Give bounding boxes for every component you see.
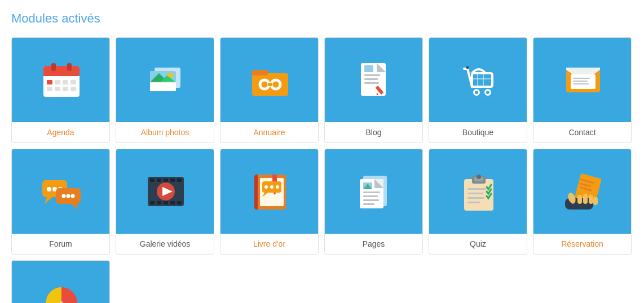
svg-rect-30	[364, 78, 378, 80]
svg-rect-64	[157, 179, 161, 182]
svg-rect-99	[477, 175, 481, 179]
svg-rect-110	[589, 195, 593, 204]
svg-rect-5	[47, 80, 52, 84]
module-label-livre-dor: Livre d'or	[220, 234, 318, 254]
module-agenda[interactable]: Agenda	[11, 37, 110, 143]
svg-point-83	[264, 185, 268, 189]
svg-rect-31	[364, 82, 379, 84]
svg-rect-65	[164, 179, 168, 182]
galerie-videos-icon	[143, 169, 188, 214]
module-blog[interactable]: Blog	[324, 37, 423, 143]
module-label-reservation: Réservation	[533, 234, 631, 254]
module-icon-bg-forum	[12, 149, 110, 234]
svg-rect-72	[177, 201, 182, 204]
module-icon-bg-boutique	[429, 38, 527, 122]
svg-rect-100	[467, 188, 486, 190]
page-title: Modules activés	[11, 11, 633, 26]
svg-rect-12	[70, 87, 76, 91]
module-pages[interactable]: Pages	[324, 149, 423, 255]
blog-icon	[352, 57, 397, 103]
svg-rect-101	[467, 193, 483, 194]
module-label-boutique: Boutique	[429, 122, 527, 142]
pages-icon	[352, 169, 397, 214]
svg-rect-92	[363, 191, 380, 193]
module-forum[interactable]: Forum	[11, 149, 110, 255]
module-contact[interactable]: Contact	[533, 37, 632, 143]
module-icon-bg-pages	[325, 149, 423, 234]
module-icon-bg-album-photos	[116, 38, 214, 122]
svg-rect-35	[472, 73, 492, 87]
module-icon-bg-blog	[325, 38, 423, 122]
svg-rect-44	[466, 66, 469, 69]
svg-rect-70	[164, 201, 168, 204]
module-icon-bg-contact	[533, 38, 632, 122]
svg-rect-102	[467, 197, 484, 199]
module-livre-dor[interactable]: Livre d'or	[220, 149, 319, 255]
svg-marker-53	[45, 197, 52, 204]
svg-rect-34	[364, 65, 373, 72]
module-album-photos[interactable]: Album photos	[116, 37, 214, 143]
svg-rect-10	[55, 87, 60, 91]
module-icon-bg-galerie-videos	[116, 149, 214, 234]
svg-rect-4	[67, 63, 72, 71]
annuaire-icon	[248, 57, 293, 103]
livre-dor-icon	[248, 169, 293, 214]
svg-rect-9	[47, 87, 52, 91]
module-label-contact: Contact	[533, 122, 631, 142]
svg-rect-22	[252, 70, 268, 75]
svg-rect-50	[573, 81, 588, 82]
module-label-blog: Blog	[325, 122, 422, 142]
modules-grid: Agenda Album photos	[11, 37, 633, 303]
svg-point-40	[486, 91, 489, 94]
module-icon-bg-sondages	[12, 261, 110, 303]
svg-rect-7	[63, 80, 68, 84]
svg-point-84	[270, 185, 274, 189]
svg-rect-49	[573, 78, 590, 79]
svg-rect-111	[593, 197, 598, 205]
module-icon-bg-quiz	[429, 149, 527, 234]
album-photos-icon	[143, 57, 188, 103]
svg-rect-11	[63, 87, 68, 91]
module-label-galerie-videos: Galerie vidéos	[116, 234, 214, 254]
svg-point-85	[276, 185, 279, 189]
module-label-forum: Forum	[12, 234, 109, 254]
module-boutique[interactable]: Boutique	[429, 37, 527, 143]
svg-rect-6	[55, 80, 60, 84]
svg-rect-51	[573, 83, 589, 84]
svg-point-54	[47, 187, 51, 191]
svg-rect-67	[177, 179, 182, 182]
svg-rect-95	[363, 203, 374, 205]
svg-rect-8	[70, 80, 76, 84]
module-galerie-videos[interactable]: Galerie vidéos	[116, 149, 214, 255]
contact-icon	[561, 57, 606, 103]
svg-rect-103	[467, 202, 480, 203]
svg-rect-96	[464, 179, 493, 211]
svg-point-61	[70, 194, 74, 198]
boutique-icon	[456, 57, 501, 103]
module-icon-bg-livre-dor	[220, 149, 319, 234]
module-annuaire[interactable]: Annuaire	[220, 37, 319, 143]
module-sondages[interactable]: Sondages	[11, 260, 110, 303]
svg-rect-112	[577, 195, 582, 204]
svg-rect-25	[268, 83, 272, 86]
reservation-icon	[561, 169, 606, 214]
module-icon-bg-agenda	[12, 38, 110, 122]
svg-point-59	[61, 194, 65, 198]
forum-icon	[39, 169, 84, 214]
module-reservation[interactable]: Réservation	[533, 149, 632, 255]
agenda-icon	[39, 57, 84, 103]
svg-rect-94	[363, 199, 379, 201]
module-quiz[interactable]: Quiz	[429, 149, 527, 255]
svg-rect-69	[157, 201, 161, 204]
module-icon-bg-annuaire	[220, 38, 319, 122]
quiz-icon	[456, 169, 501, 214]
module-label-pages: Pages	[325, 234, 422, 254]
module-label-quiz: Quiz	[429, 234, 527, 254]
svg-rect-109	[583, 194, 588, 204]
svg-point-60	[66, 194, 70, 198]
svg-rect-29	[364, 74, 380, 76]
svg-rect-63	[150, 179, 155, 182]
module-label-agenda: Agenda	[12, 122, 109, 142]
module-label-annuaire: Annuaire	[220, 122, 318, 142]
module-label-album-photos: Album photos	[116, 122, 214, 142]
